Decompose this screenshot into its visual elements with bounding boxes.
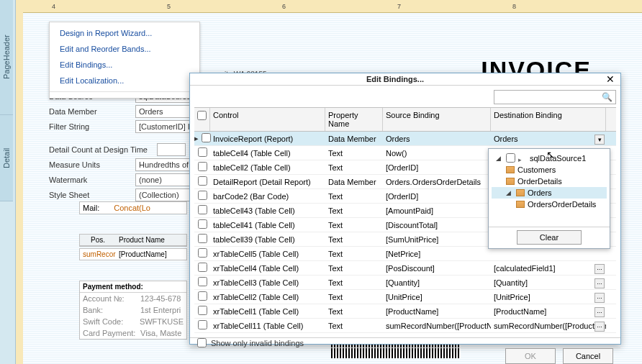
row-checkbox[interactable] [198, 147, 207, 157]
table-icon [506, 178, 515, 185]
prop-label: Watermark [49, 174, 135, 186]
ellipsis-button[interactable]: ··· [594, 322, 605, 332]
row-checkbox[interactable] [198, 191, 207, 200]
cell-property: Text [325, 147, 383, 159]
row-checkbox[interactable] [198, 219, 207, 229]
cancel-button[interactable]: Cancel [563, 348, 613, 364]
prop-value-detailcount[interactable] [157, 143, 186, 156]
menu-design-wizard[interactable]: Design in Report Wizard... [50, 25, 199, 41]
edit-bindings-dialog: Edit Bindings... ✕ 🔍 Control Property Na… [189, 73, 621, 345]
binding-row[interactable]: xrTableCell3 (Table Cell)Text[Quantity][… [194, 276, 616, 290]
menu-edit-localization[interactable]: Edit Localization... [50, 73, 199, 88]
cell-property: Data Member [325, 133, 383, 145]
cell-source: [Quantity] [383, 277, 491, 288]
ellipsis-button[interactable]: ··· [594, 264, 605, 274]
table-header-row[interactable]: Pos. Product Name [79, 234, 187, 247]
dropdown-button[interactable]: ▾ [594, 135, 605, 145]
cell-property: Text [325, 306, 383, 317]
cell-destination[interactable]: sumRecordNumber([ProductName··· [491, 320, 606, 332]
search-icon[interactable]: 🔍 [602, 92, 612, 102]
menu-edit-bands[interactable]: Edit and Reorder Bands... [50, 41, 199, 57]
cell-source: [NetPrice] [383, 248, 491, 260]
payment-label: Bank: [83, 306, 140, 314]
show-invalid-checkbox[interactable] [197, 338, 207, 347]
payment-value: SWFTKUSE [140, 317, 184, 326]
row-checkbox[interactable] [198, 176, 207, 186]
row-checkbox[interactable] [198, 205, 207, 214]
payment-value: 1st Enterpri [140, 306, 181, 314]
binding-row[interactable]: ▸InvoiceReport (Report)Data MemberOrders… [194, 132, 616, 146]
bindings-table: Control Property Name Source Binding Des… [194, 107, 616, 333]
cell-source: [AmountPaid] [383, 205, 491, 217]
binding-row[interactable]: xrTableCell5 (Table Cell)Text[NetPrice] [194, 247, 616, 261]
row-checkbox[interactable] [198, 248, 207, 258]
cell-property: Text [325, 219, 383, 231]
dialog-titlebar[interactable]: Edit Bindings... ✕ [190, 73, 620, 86]
ellipsis-button[interactable]: ··· [594, 307, 605, 317]
row-checkbox[interactable] [198, 162, 207, 171]
binding-row[interactable]: xrTableCell1 (Table Cell)Text[ProductNam… [194, 304, 616, 319]
row-checkbox[interactable] [198, 306, 207, 315]
ok-button[interactable]: OK [505, 348, 556, 364]
tab-detail[interactable]: Detail [0, 115, 13, 201]
tree-node-ordersorderdetails[interactable]: OrdersOrderDetails [492, 199, 607, 210]
cell-control: tableCell2 (Table Cell) [210, 162, 325, 173]
row-checkbox[interactable] [198, 263, 207, 272]
select-all-checkbox[interactable] [197, 111, 207, 120]
binding-row[interactable]: xrTableCell11 (Table Cell)TextsumRecordN… [194, 319, 616, 333]
expand-icon[interactable]: ◢ [496, 155, 503, 162]
tree-checkbox[interactable] [506, 153, 515, 163]
clear-button[interactable]: Clear [517, 230, 582, 245]
cell-property: Text [325, 263, 383, 274]
row-checkbox[interactable] [198, 277, 207, 286]
mail-expression: Concat(Lo [114, 204, 150, 212]
cell-property: Text [325, 291, 383, 303]
destination-tree-popup: ◢ sqlDataSource1 Customers OrderDetails … [488, 148, 610, 249]
tree-body[interactable]: ◢ sqlDataSource1 Customers OrderDetails … [489, 149, 610, 227]
cell-property: Text [325, 320, 383, 332]
search-box[interactable]: 🔍 [494, 90, 616, 104]
cell-control: tableCell41 (Table Cell) [210, 219, 325, 231]
col-control[interactable]: Control [210, 108, 325, 131]
expand-icon[interactable]: ◢ [506, 189, 513, 196]
tree-node-orders[interactable]: ◢Orders↖ [492, 187, 607, 199]
payment-label: Swift Code: [83, 317, 140, 326]
table-data-row[interactable]: sumRecor [ProductName] [79, 248, 187, 260]
cell-source: [UnitPrice] [383, 291, 491, 303]
tree-node-orderdetails[interactable]: OrderDetails [492, 176, 607, 187]
row-checkbox[interactable] [198, 234, 207, 243]
cell-control: xrTableCell1 (Table Cell) [210, 306, 325, 317]
cell-destination[interactable]: [ProductName]··· [491, 306, 606, 317]
cell-control: xrTableCell11 (Table Cell) [210, 320, 325, 332]
payment-block[interactable]: Payment method: Account №:123-45-678 Ban… [79, 281, 187, 340]
binding-row[interactable]: xrTableCell2 (Table Cell)Text[UnitPrice]… [194, 290, 616, 304]
cell-destination[interactable]: [calculatedField1]··· [491, 263, 606, 274]
ellipsis-button[interactable]: ··· [594, 278, 605, 288]
cell-destination[interactable] [491, 252, 606, 255]
cell-source: sumRecordNumber([ProductName]) [383, 320, 491, 332]
cell-destination[interactable]: [UnitPrice]··· [491, 291, 606, 303]
cell-source: [ProductName] [383, 306, 491, 317]
search-input[interactable] [497, 93, 602, 101]
sum-record-cell: sumRecor [80, 249, 116, 260]
tree-node-customers[interactable]: Customers [492, 164, 607, 176]
col-product-name: Product Name [116, 235, 186, 246]
row-checkbox[interactable] [198, 320, 207, 329]
menu-edit-bindings[interactable]: Edit Bindings... [50, 57, 199, 73]
col-destination[interactable]: Destination Binding [491, 108, 606, 131]
close-icon[interactable]: ✕ [600, 73, 620, 85]
binding-row[interactable]: xrTableCell4 (Table Cell)Text[PosDiscoun… [194, 261, 616, 276]
menu-separator [50, 91, 199, 92]
col-source[interactable]: Source Binding [383, 108, 491, 131]
cell-destination[interactable]: [Quantity]··· [491, 277, 606, 288]
col-property[interactable]: Property Name [325, 108, 383, 131]
row-checkbox[interactable] [198, 291, 207, 301]
prop-label: Detail Count at Design Time [49, 144, 157, 155]
database-icon [518, 155, 527, 162]
ruler-tick: 5 [167, 3, 171, 10]
table-icon [506, 166, 515, 173]
tab-page-header[interactable]: PageHeader [0, 0, 13, 115]
cell-control: xrTableCell2 (Table Cell) [210, 291, 325, 303]
ellipsis-button[interactable]: ··· [594, 293, 605, 303]
cell-destination[interactable]: Orders▾ [491, 133, 606, 145]
